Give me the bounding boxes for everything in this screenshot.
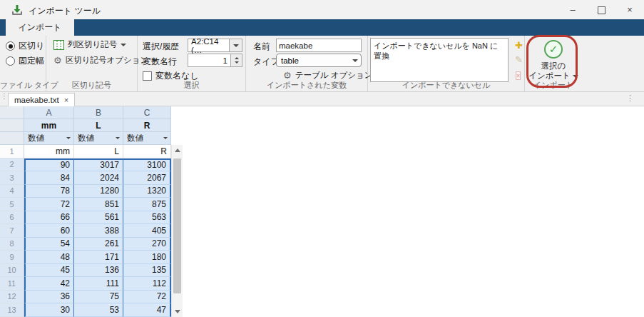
cell-C11[interactable]: 112 xyxy=(123,277,171,291)
cell-B8[interactable]: 261 xyxy=(74,238,123,251)
cell-B3[interactable]: 2024 xyxy=(74,171,123,185)
scroll-up-button[interactable] xyxy=(172,145,183,156)
cell-A2[interactable]: 90 xyxy=(24,158,74,172)
cell-B1[interactable]: L xyxy=(74,145,123,158)
type-dropdown-C[interactable]: 数値 xyxy=(123,132,171,145)
cell-C1[interactable]: R xyxy=(123,145,171,158)
row-number-9[interactable]: 9 xyxy=(0,251,24,264)
column-delimiters-button[interactable]: 列区切り記号 xyxy=(53,39,126,50)
minimize-button[interactable]: – xyxy=(558,0,587,19)
cell-C2[interactable]: 3100 xyxy=(123,158,171,172)
grid-corner-cell xyxy=(0,106,24,119)
range-value: A2:C14 (… xyxy=(188,37,229,54)
row-number-1[interactable]: 1 xyxy=(0,145,24,158)
section-selection: 選択/履歴 A2:C14 (… 変数名行 1 変数名なし 選択 xyxy=(138,36,246,91)
cell-B2[interactable]: 3017 xyxy=(74,158,123,172)
edit-rule-button[interactable]: ✎ xyxy=(515,53,523,66)
cell-B13[interactable]: 53 xyxy=(74,303,123,317)
row-number-12[interactable]: 12 xyxy=(0,291,24,304)
variable-name-R[interactable]: R xyxy=(123,119,171,132)
cell-C10[interactable]: 135 xyxy=(123,264,171,278)
row-number-2[interactable]: 2 xyxy=(0,158,24,172)
cell-C6[interactable]: 563 xyxy=(123,211,171,225)
column-header-A[interactable]: A xyxy=(24,106,74,119)
scroll-down-icon xyxy=(175,310,180,313)
scrollbar-thumb[interactable] xyxy=(173,158,181,293)
cell-C9[interactable]: 180 xyxy=(123,251,171,264)
range-dropdown-button[interactable] xyxy=(229,39,242,51)
docbar-menu-icon[interactable]: ⋮ xyxy=(626,94,634,103)
cell-B5[interactable]: 851 xyxy=(74,198,123,211)
cell-A10[interactable]: 45 xyxy=(24,264,74,278)
row-number-10[interactable]: 10 xyxy=(0,264,24,278)
type-dropdown-B[interactable]: 数値 xyxy=(74,132,123,145)
cell-B9[interactable]: 171 xyxy=(74,251,123,264)
cell-A7[interactable]: 60 xyxy=(24,224,74,238)
cell-C13[interactable]: 47 xyxy=(123,303,171,317)
cell-C12[interactable]: 72 xyxy=(123,291,171,304)
cell-A12[interactable]: 36 xyxy=(24,291,74,304)
scroll-down-button[interactable] xyxy=(172,306,183,317)
variable-name-input[interactable] xyxy=(276,39,362,52)
row-number-6[interactable]: 6 xyxy=(0,211,24,225)
cell-C8[interactable]: 270 xyxy=(123,238,171,251)
radio-delimited-label: 区切り xyxy=(19,40,44,52)
radio-delimited[interactable]: 区切り xyxy=(6,40,44,52)
variable-name-mm[interactable]: mm xyxy=(24,119,74,132)
cell-C3[interactable]: 2067 xyxy=(123,171,171,185)
variable-name-L[interactable]: L xyxy=(74,119,123,132)
type-dropdown-A[interactable]: 数値 xyxy=(24,132,74,145)
vertical-scrollbar[interactable] xyxy=(171,145,183,317)
tab-close-icon[interactable]: × xyxy=(64,96,68,104)
cell-B4[interactable]: 1280 xyxy=(74,185,123,198)
cell-B12[interactable]: 75 xyxy=(74,291,123,304)
drag-grip-icon[interactable]: ⋮ xyxy=(1,92,7,100)
column-header-B[interactable]: B xyxy=(74,106,123,119)
row-number-7[interactable]: 7 xyxy=(0,224,24,238)
cell-A1[interactable]: mm xyxy=(24,145,74,158)
document-tab-maekabe[interactable]: maekabe.txt × xyxy=(8,93,75,106)
spinner-down-icon xyxy=(235,61,239,64)
delete-rule-button[interactable]: × xyxy=(516,68,521,81)
import-tool-icon xyxy=(11,4,23,16)
cell-B11[interactable]: 111 xyxy=(74,277,123,291)
cell-A13[interactable]: 30 xyxy=(24,303,74,317)
row-number-5[interactable]: 5 xyxy=(0,198,24,211)
row-number-3[interactable]: 3 xyxy=(0,171,24,185)
cell-B6[interactable]: 561 xyxy=(74,211,123,225)
cell-A9[interactable]: 48 xyxy=(24,251,74,264)
type-select[interactable]: table xyxy=(276,54,362,67)
cell-A3[interactable]: 84 xyxy=(24,171,74,185)
cell-A6[interactable]: 66 xyxy=(24,211,74,225)
table-options-button[interactable]: ⚙ テーブル オプション xyxy=(283,70,382,81)
row-number-11[interactable]: 11 xyxy=(0,277,24,291)
range-combo[interactable]: A2:C14 (… xyxy=(188,39,242,52)
cell-C5[interactable]: 875 xyxy=(123,198,171,211)
names-row-spinner[interactable]: 1 xyxy=(188,54,242,67)
window-title: インポート ツール xyxy=(29,5,101,17)
cell-A8[interactable]: 54 xyxy=(24,238,74,251)
spinner-arrows[interactable] xyxy=(230,54,242,66)
cell-A5[interactable]: 72 xyxy=(24,198,74,211)
cell-C4[interactable]: 1320 xyxy=(123,185,171,198)
section-label-import: インポート xyxy=(525,80,582,91)
cell-C7[interactable]: 405 xyxy=(123,224,171,238)
tab-import[interactable]: インポート xyxy=(6,19,74,36)
close-button[interactable]: × xyxy=(615,0,644,19)
row-number-8[interactable]: 8 xyxy=(0,238,24,251)
column-header-C[interactable]: C xyxy=(123,106,171,119)
table-options-label: テーブル オプション xyxy=(295,70,373,81)
cell-B10[interactable]: 136 xyxy=(74,264,123,278)
cell-B7[interactable]: 388 xyxy=(74,224,123,238)
unimportable-rules-box[interactable]: インポートできないセルを NaN に置換 xyxy=(370,38,508,82)
row-number-13[interactable]: 13 xyxy=(0,303,24,317)
add-rule-button[interactable]: ✚ xyxy=(515,39,523,51)
delete-x-icon: × xyxy=(516,71,521,80)
row-number-4[interactable]: 4 xyxy=(0,185,24,198)
maximize-button[interactable] xyxy=(587,0,615,19)
cell-A11[interactable]: 42 xyxy=(24,277,74,291)
import-selection-label-1: 選択の xyxy=(525,61,582,71)
cell-A4[interactable]: 78 xyxy=(24,185,74,198)
radio-fixed-width[interactable]: 固定幅 xyxy=(6,55,44,67)
import-selection-button[interactable]: ✓ 選択の インポート xyxy=(525,36,582,81)
